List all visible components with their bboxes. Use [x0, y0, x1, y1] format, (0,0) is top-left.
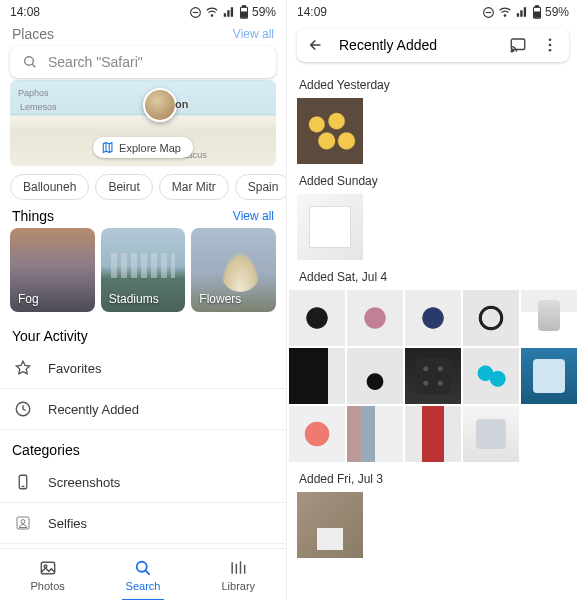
photo-thumb[interactable] — [297, 194, 363, 260]
svg-point-26 — [549, 38, 552, 41]
svg-line-17 — [145, 570, 149, 574]
status-bar: 14:09 59% — [287, 0, 579, 22]
wifi-icon — [205, 5, 219, 19]
search-bar[interactable]: Search "Safari" — [10, 46, 276, 78]
map-label: Paphos — [18, 88, 49, 98]
things-view-all[interactable]: View all — [233, 209, 274, 223]
status-time: 14:08 — [10, 5, 40, 19]
things-row: Fog Stadiums Flowers — [0, 228, 286, 322]
signal-icon — [222, 5, 236, 19]
photo-thumb[interactable] — [347, 290, 403, 346]
nav-label: Search — [126, 580, 161, 592]
photo-thumb[interactable] — [289, 348, 345, 404]
map-label: Lemesos — [20, 102, 57, 112]
svg-rect-24 — [511, 39, 525, 50]
search-icon — [22, 54, 38, 70]
photo-thumb[interactable] — [521, 290, 577, 346]
place-chip[interactable]: Ballouneh — [10, 174, 89, 200]
svg-line-7 — [32, 64, 35, 67]
library-icon — [228, 558, 248, 578]
svg-point-2 — [211, 15, 213, 17]
list-item-label: Selfies — [48, 516, 87, 531]
photo-thumb[interactable] — [347, 348, 403, 404]
photo-thumb[interactable] — [463, 290, 519, 346]
photo-thumb[interactable] — [289, 290, 345, 346]
svg-point-20 — [504, 15, 506, 17]
photo-thumb[interactable] — [405, 406, 461, 462]
category-screenshots[interactable]: Screenshots — [0, 462, 286, 503]
cast-icon[interactable] — [509, 36, 527, 54]
dnd-icon — [189, 6, 202, 19]
date-group-label: Added Sat, Jul 4 — [287, 260, 579, 290]
your-activity-header: Your Activity — [12, 328, 88, 344]
page-title: Recently Added — [339, 37, 495, 53]
photo-thumb[interactable] — [405, 290, 461, 346]
map-icon — [101, 141, 114, 154]
photo-thumb[interactable] — [289, 406, 345, 462]
svg-rect-23 — [535, 12, 540, 17]
thing-card-flowers[interactable]: Flowers — [191, 228, 276, 312]
photo-thumb[interactable] — [405, 348, 461, 404]
svg-rect-22 — [536, 6, 539, 7]
photo-thumb[interactable] — [463, 406, 519, 462]
activity-recently-added[interactable]: Recently Added — [0, 389, 286, 430]
status-bar: 14:08 59% — [0, 0, 286, 22]
svg-point-27 — [549, 44, 552, 47]
category-selfies[interactable]: Selfies — [0, 503, 286, 544]
list-item-label: Recently Added — [48, 402, 139, 417]
signal-icon — [515, 5, 529, 19]
status-icons: 59% — [189, 5, 276, 19]
thing-card-stadiums[interactable]: Stadiums — [101, 228, 186, 312]
activity-favorites[interactable]: Favorites — [0, 348, 286, 389]
photo-thumb[interactable] — [297, 492, 363, 558]
things-header: Things — [12, 208, 54, 224]
list-item-label: Favorites — [48, 361, 101, 376]
nav-label: Photos — [31, 580, 65, 592]
status-icons: 59% — [482, 5, 569, 19]
map-card[interactable]: Paphos Lemesos on Damascus Explore Map — [10, 80, 276, 166]
svg-point-6 — [25, 57, 34, 66]
place-chip-row: Ballouneh Beirut Mar Mitr Spain — [0, 174, 286, 202]
svg-rect-5 — [242, 12, 247, 17]
svg-rect-4 — [243, 6, 246, 7]
map-pin-icon[interactable] — [143, 88, 177, 122]
battery-icon — [532, 5, 542, 19]
svg-rect-14 — [41, 562, 54, 574]
battery-text: 59% — [545, 5, 569, 19]
star-icon — [14, 359, 32, 377]
battery-icon — [239, 5, 249, 19]
place-chip[interactable]: Spain — [235, 174, 286, 200]
status-time: 14:09 — [297, 5, 327, 19]
date-group-label: Added Fri, Jul 3 — [287, 462, 579, 492]
phone-icon — [14, 473, 32, 491]
explore-map-button[interactable]: Explore Map — [93, 137, 193, 158]
more-icon[interactable] — [541, 36, 559, 54]
list-item-label: Screenshots — [48, 475, 120, 490]
places-header: Places — [12, 26, 54, 42]
search-icon — [133, 558, 153, 578]
nav-photos[interactable]: Photos — [0, 549, 95, 600]
photo-thumb[interactable] — [297, 98, 363, 164]
photo-thumb[interactable] — [347, 406, 403, 462]
nav-search[interactable]: Search — [95, 549, 190, 600]
back-icon[interactable] — [307, 36, 325, 54]
explore-map-label: Explore Map — [119, 142, 181, 154]
categories-header: Categories — [12, 442, 80, 458]
dnd-icon — [482, 6, 495, 19]
thing-card-fog[interactable]: Fog — [10, 228, 95, 312]
thing-label: Fog — [18, 292, 39, 306]
place-chip[interactable]: Mar Mitr — [159, 174, 229, 200]
places-view-all[interactable]: View all — [233, 27, 274, 41]
date-group-label: Added Sunday — [287, 164, 579, 194]
nav-library[interactable]: Library — [191, 549, 286, 600]
photo-thumb[interactable] — [463, 348, 519, 404]
thing-label: Flowers — [199, 292, 241, 306]
clock-icon — [14, 400, 32, 418]
place-chip[interactable]: Beirut — [95, 174, 152, 200]
svg-point-25 — [511, 50, 512, 52]
photo-thumb[interactable] — [521, 348, 577, 404]
svg-point-16 — [137, 561, 147, 571]
bottom-nav: Photos Search Library — [0, 548, 286, 600]
wifi-icon — [498, 5, 512, 19]
title-bar: Recently Added — [297, 28, 569, 62]
